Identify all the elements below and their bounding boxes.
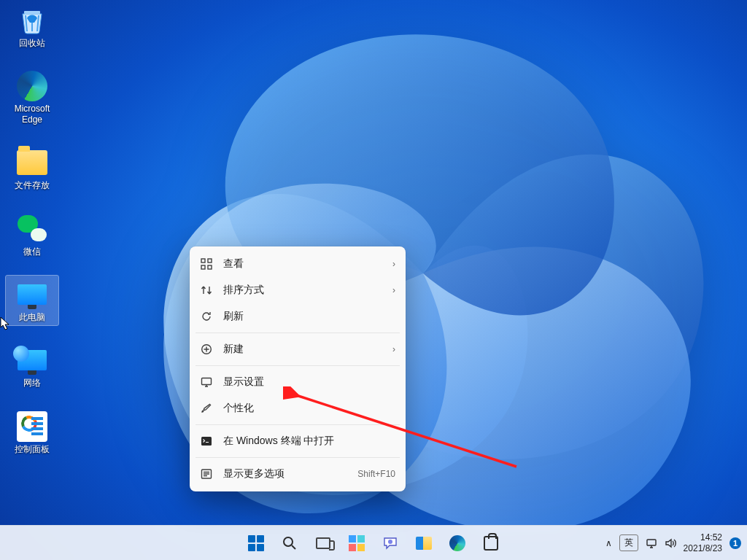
menu-item-label: 新建 [223, 343, 382, 356]
menu-item-refresh[interactable]: 刷新 [190, 303, 406, 330]
start-button[interactable] [241, 529, 271, 558]
desktop-icons: 回收站 Microsoft Edge 文件存放 微信 此电脑 网络 控制面板 [6, 1, 58, 457]
svg-rect-4 [208, 265, 212, 269]
sort-icon [200, 284, 213, 297]
chevron-right-icon: › [392, 344, 395, 354]
system-tray: ∧ 英 14:52 2021/8/23 1 [605, 526, 741, 560]
svg-point-10 [284, 537, 293, 546]
desktop-icon-label: Microsoft Edge [6, 104, 58, 125]
menu-item-label: 个性化 [223, 402, 395, 415]
menu-item-label: 刷新 [223, 310, 395, 323]
desktop[interactable]: 回收站 Microsoft Edge 文件存放 微信 此电脑 网络 控制面板 [0, 0, 747, 560]
folder-icon [16, 147, 48, 179]
store-icon [484, 536, 498, 551]
widgets-icon [349, 535, 365, 551]
menu-separator [196, 332, 400, 333]
widgets-button[interactable] [342, 529, 371, 558]
desktop-icon-label: 控制面板 [15, 444, 50, 454]
start-icon [248, 535, 264, 551]
desktop-icon-this-pc[interactable]: 此电脑 [6, 276, 58, 325]
file-explorer-button[interactable] [409, 529, 438, 558]
chat-icon [382, 535, 398, 551]
clock-date: 2021/8/23 [684, 543, 722, 553]
this-pc-icon [16, 279, 48, 311]
wechat-icon [16, 213, 48, 245]
wallpaper-bloom [80, 4, 747, 529]
svg-rect-1 [201, 259, 205, 262]
menu-item-label: 显示更多选项 [223, 467, 347, 481]
control-panel-icon [16, 411, 48, 443]
menu-item-view[interactable]: 查看 › [190, 251, 406, 277]
desktop-context-menu: 查看 › 排序方式 › 刷新 新建 › 显示设置 个性化 [190, 246, 406, 491]
menu-item-new[interactable]: 新建 › [190, 336, 406, 362]
taskview-icon [316, 537, 330, 549]
menu-item-label: 在 Windows 终端 中打开 [223, 435, 395, 448]
brush-icon [200, 402, 213, 415]
svg-rect-3 [201, 265, 205, 269]
desktop-icon-label: 文件存放 [15, 180, 50, 190]
desktop-icon-wechat[interactable]: 微信 [6, 210, 58, 260]
svg-point-11 [388, 540, 392, 544]
desktop-icon-label: 网络 [23, 378, 41, 388]
menu-separator [196, 365, 400, 366]
menu-separator [196, 457, 400, 458]
notification-badge[interactable]: 1 [729, 537, 741, 549]
recycle-bin-icon [16, 4, 48, 36]
plus-circle-icon [200, 343, 213, 356]
edge-button[interactable] [443, 529, 472, 558]
desktop-icon-label: 回收站 [19, 38, 45, 48]
tray-overflow-chevron[interactable]: ∧ [605, 538, 612, 548]
menu-item-label: 查看 [223, 257, 382, 271]
chat-button[interactable] [376, 529, 405, 558]
desktop-icon-control-panel[interactable]: 控制面板 [6, 408, 58, 457]
menu-item-more-options[interactable]: 显示更多选项 Shift+F10 [190, 461, 406, 487]
volume-tray-icon [665, 537, 676, 549]
store-button[interactable] [476, 529, 506, 558]
edge-icon [449, 535, 465, 551]
svg-rect-6 [202, 378, 212, 385]
menu-item-accelerator: Shift+F10 [357, 469, 395, 479]
desktop-icon-label: 微信 [23, 246, 41, 257]
search-button[interactable] [275, 529, 304, 558]
menu-item-label: 显示设置 [223, 376, 395, 389]
clock-time: 14:52 [700, 532, 722, 542]
menu-item-display-settings[interactable]: 显示设置 [190, 369, 406, 395]
ime-indicator[interactable]: 英 [619, 534, 638, 551]
refresh-icon [200, 310, 213, 323]
more-options-icon [200, 467, 213, 481]
search-icon [282, 535, 298, 551]
menu-item-label: 排序方式 [223, 284, 382, 297]
display-icon [200, 376, 213, 389]
desktop-icon-folder[interactable]: 文件存放 [6, 144, 58, 193]
menu-separator [196, 424, 400, 425]
menu-item-open-terminal[interactable]: 在 Windows 终端 中打开 [190, 428, 406, 454]
edge-icon [16, 70, 48, 102]
svg-rect-12 [647, 540, 656, 545]
network-tray-icon [646, 537, 657, 549]
desktop-icon-recycle-bin[interactable]: 回收站 [6, 1, 58, 51]
menu-item-personalize[interactable]: 个性化 [190, 395, 406, 421]
svg-rect-7 [201, 437, 212, 446]
chevron-right-icon: › [392, 285, 395, 295]
clock[interactable]: 14:52 2021/8/23 [684, 532, 722, 553]
svg-rect-0 [24, 11, 40, 14]
taskbar: ∧ 英 14:52 2021/8/23 1 [0, 525, 747, 560]
terminal-icon [200, 435, 213, 448]
taskbar-center [241, 529, 506, 558]
grid-icon [200, 257, 213, 271]
desktop-icon-label: 此电脑 [19, 312, 45, 322]
network-icon [16, 344, 48, 376]
desktop-icon-edge[interactable]: Microsoft Edge [6, 67, 58, 128]
chevron-right-icon: › [392, 259, 395, 269]
desktop-icon-network[interactable]: 网络 [6, 341, 58, 391]
task-view-button[interactable] [309, 529, 338, 558]
menu-item-sort[interactable]: 排序方式 › [190, 277, 406, 303]
svg-rect-2 [208, 259, 212, 262]
tray-status-icons[interactable] [646, 537, 676, 549]
file-explorer-icon [416, 537, 432, 550]
